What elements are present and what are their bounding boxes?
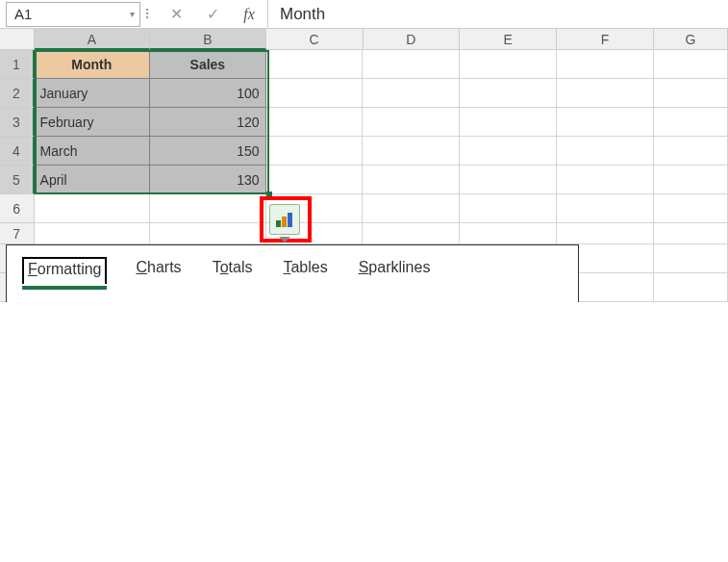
column-headers: A B C D E F G: [0, 29, 728, 50]
cell-f1[interactable]: [557, 50, 654, 79]
svg-rect-1: [282, 217, 287, 227]
tab-tables[interactable]: Tables: [281, 257, 329, 284]
col-header-a[interactable]: A: [35, 29, 151, 50]
cell-g7[interactable]: [654, 223, 728, 244]
cell-g4[interactable]: [654, 137, 728, 166]
col-header-b[interactable]: B: [150, 29, 266, 50]
cell-d4[interactable]: [363, 137, 460, 166]
cell-c5[interactable]: [266, 166, 364, 194]
col-header-c[interactable]: C: [266, 29, 364, 50]
cell-e1[interactable]: [460, 50, 557, 79]
formula-input[interactable]: Month: [267, 0, 728, 28]
cell-g2[interactable]: [654, 79, 728, 108]
cell-a5[interactable]: April: [35, 166, 151, 194]
row-2: 2 January 100: [0, 79, 728, 108]
cell-d6[interactable]: [363, 194, 460, 223]
name-box-dropdown-icon[interactable]: ▾: [124, 9, 139, 19]
cell-b3[interactable]: 120: [150, 108, 266, 137]
cell-e7[interactable]: [460, 223, 557, 244]
cell-d2[interactable]: [363, 79, 460, 108]
cell-e2[interactable]: [460, 79, 557, 108]
row-4: 4 March 150: [0, 137, 728, 166]
cell-e4[interactable]: [460, 137, 557, 166]
cell-d5[interactable]: [363, 166, 460, 194]
svg-rect-0: [276, 220, 281, 227]
cell-b5[interactable]: 130: [150, 166, 266, 194]
popup-tabs: Formatting Charts Totals Tables Sparklin…: [22, 257, 563, 284]
row-7-partial: 7: [0, 223, 728, 244]
row-header-6[interactable]: 6: [0, 194, 35, 223]
row-header-3[interactable]: 3: [0, 108, 35, 137]
cell-b6[interactable]: [150, 194, 266, 223]
svg-rect-2: [288, 213, 292, 227]
cell-a7[interactable]: [35, 223, 151, 244]
row-6: 6: [0, 194, 728, 223]
quick-analysis-button[interactable]: [269, 204, 300, 235]
cell-e3[interactable]: [460, 108, 557, 137]
col-header-e[interactable]: E: [460, 29, 557, 50]
cell-c1[interactable]: [266, 50, 364, 79]
cell-f5[interactable]: [557, 166, 654, 194]
col-header-d[interactable]: D: [364, 29, 461, 50]
formula-bar: A1 ▾ ⠇ ✕ ✓ fx Month: [0, 0, 728, 29]
cell-f2[interactable]: [557, 79, 654, 108]
cell-b1[interactable]: Sales: [150, 50, 266, 79]
row-3: 3 February 120: [0, 108, 728, 137]
cell-b7[interactable]: [150, 223, 266, 244]
cell-g16[interactable]: [654, 244, 728, 273]
cell-g6[interactable]: [654, 194, 728, 223]
name-box-value: A1: [7, 6, 124, 22]
tab-sparklines[interactable]: Sparklines: [357, 257, 433, 284]
col-header-f[interactable]: F: [557, 29, 654, 50]
quick-analysis-caret-icon: [279, 237, 290, 243]
cell-b4[interactable]: 150: [150, 137, 266, 166]
cell-e6[interactable]: [460, 194, 557, 223]
cancel-formula-icon[interactable]: ✕: [158, 5, 194, 23]
spreadsheet-grid: A B C D E F G 1 Month Sales 2 January 10…: [0, 29, 728, 302]
separator: ⠇: [140, 7, 158, 22]
cell-a4[interactable]: March: [35, 137, 151, 166]
enter-formula-icon[interactable]: ✓: [194, 5, 231, 23]
cell-g1[interactable]: [654, 50, 728, 79]
cell-d1[interactable]: [363, 50, 460, 79]
col-header-g[interactable]: G: [654, 29, 728, 50]
cell-f4[interactable]: [557, 137, 654, 166]
cell-f3[interactable]: [557, 108, 654, 137]
cell-g5[interactable]: [654, 166, 728, 194]
cell-a6[interactable]: [35, 194, 151, 223]
row-5: 5 April 130: [0, 166, 728, 194]
name-box[interactable]: A1 ▾: [6, 2, 140, 27]
tab-charts[interactable]: Charts: [134, 257, 183, 284]
row-1: 1 Month Sales: [0, 50, 728, 79]
quick-analysis-popup: Formatting Charts Totals Tables Sparklin…: [6, 244, 579, 302]
tab-formatting[interactable]: Formatting: [22, 257, 107, 284]
row-header-5[interactable]: 5: [0, 166, 35, 194]
cell-a3[interactable]: February: [35, 108, 151, 137]
fill-handle[interactable]: [266, 192, 272, 197]
tab-totals[interactable]: Totals: [211, 257, 255, 284]
select-all-corner[interactable]: [0, 29, 35, 50]
row-header-4[interactable]: 4: [0, 137, 35, 166]
cell-d3[interactable]: [363, 108, 460, 137]
cell-a1[interactable]: Month: [35, 50, 151, 79]
cell-e5[interactable]: [460, 166, 557, 194]
cell-g3[interactable]: [654, 108, 728, 137]
cell-d7[interactable]: [363, 223, 460, 244]
cell-c3[interactable]: [266, 108, 364, 137]
cell-a2[interactable]: January: [35, 79, 151, 108]
quick-analysis-icon: [275, 211, 294, 228]
cell-f7[interactable]: [557, 223, 654, 244]
cell-c4[interactable]: [266, 137, 364, 166]
row-header-1[interactable]: 1: [0, 50, 35, 79]
insert-function-icon[interactable]: fx: [231, 6, 267, 23]
cell-g17[interactable]: [654, 273, 728, 302]
cell-c2[interactable]: [266, 79, 364, 108]
row-header-7[interactable]: 7: [0, 223, 35, 244]
cell-b2[interactable]: 100: [150, 79, 266, 108]
row-header-2[interactable]: 2: [0, 79, 35, 108]
cell-f6[interactable]: [557, 194, 654, 223]
